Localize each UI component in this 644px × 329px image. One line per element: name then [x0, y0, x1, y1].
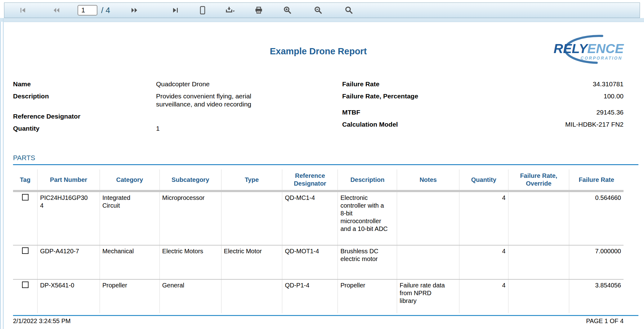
summary-value: Quadcopter Drone: [156, 80, 210, 88]
last-page-button[interactable]: [172, 7, 179, 13]
tag-checkbox[interactable]: [22, 247, 29, 254]
report-page: Example Drone Report RELY ENCE CORPORATI…: [4, 22, 644, 329]
footer-rule: [13, 315, 638, 316]
tag-checkbox[interactable]: [22, 194, 29, 201]
search-button[interactable]: [345, 6, 353, 15]
download-button[interactable]: [226, 6, 235, 14]
next-page-icon: [131, 7, 138, 13]
page-number-input[interactable]: [78, 5, 97, 16]
cell-type: Electric Motor: [224, 247, 280, 255]
parts-section-rule: [13, 164, 638, 165]
summary-label: Quantity: [13, 124, 156, 133]
cell-failure-rate: 3.854056: [569, 279, 624, 313]
cell-part-number: DP-X5641-0: [40, 282, 89, 289]
summary-value: 1: [156, 124, 160, 133]
first-page-button[interactable]: [19, 7, 26, 13]
parts-table: Tag Part Number Category Subcategory Typ…: [13, 169, 624, 313]
viewer-stage: Example Drone Report RELY ENCE CORPORATI…: [0, 18, 644, 329]
report-summary: NameQuadcopter Drone DescriptionProvides…: [13, 80, 624, 137]
cell-subcategory: General: [162, 282, 219, 289]
summary-label: Reference Designator: [13, 112, 156, 120]
summary-label: MTBF: [342, 108, 360, 116]
cell-category: Mechanical: [102, 247, 148, 255]
parts-section-title: PARTS: [13, 154, 624, 162]
logo-ence-text: ENCE: [587, 41, 624, 56]
page-footer: 2/1/2022 3:24:55 PM PAGE 1 OF 4: [13, 318, 624, 325]
cell-description: Brushless DC electric motor: [340, 247, 390, 263]
cell-quantity: 4: [459, 245, 508, 279]
summary-value: 29145.36: [596, 108, 624, 116]
column-header-quantity: Quantity: [459, 169, 508, 191]
report-timestamp: 2/1/2022 3:24:55 PM: [13, 318, 71, 325]
page-count-label: / 4: [101, 6, 110, 15]
single-page-view-button[interactable]: [199, 6, 206, 15]
cell-category: Propeller: [102, 282, 148, 289]
summary-label: Failure Rate, Percentage: [342, 92, 418, 100]
single-page-icon: [199, 6, 206, 15]
summary-label: Description: [13, 92, 156, 108]
print-icon: [255, 6, 263, 14]
viewer-toolbar: / 4: [4, 2, 640, 18]
cell-quantity: 4: [459, 191, 508, 246]
first-page-icon: [19, 7, 26, 13]
cell-notes: Failure rate data from NPRD library: [400, 282, 448, 305]
column-header-part-number: Part Number: [38, 169, 100, 191]
summary-label: Calculation Model: [342, 120, 398, 128]
last-page-icon: [172, 7, 179, 13]
cell-description: Propeller: [340, 282, 390, 289]
cell-subcategory: Electric Motors: [162, 247, 219, 255]
zoom-out-button[interactable]: [314, 6, 322, 15]
summary-label: Failure Rate: [342, 80, 379, 88]
summary-value: MIL-HDBK-217 FN2: [565, 120, 624, 128]
table-row: PIC24HJ16GP304 Integrated Circuit Microp…: [13, 191, 624, 246]
previous-page-icon: [53, 7, 60, 13]
cell-reference-designator: QD-MOT1-4: [285, 247, 335, 255]
cell-failure-rate: 0.564660: [569, 191, 624, 246]
stage-top-band: [0, 18, 644, 22]
cell-description: Electronic controller with a 8-bit micro…: [340, 194, 390, 233]
cell-part-number: GDP-A4120-7: [40, 247, 89, 255]
cell-quantity: 4: [459, 279, 508, 313]
search-icon: [345, 6, 353, 15]
column-header-reference-designator: Reference Designator: [282, 169, 338, 191]
column-header-failure-rate-override: Failure Rate, Override: [508, 169, 569, 191]
summary-value: 100.00: [604, 92, 624, 100]
relyence-logo: RELY ENCE CORPORATION: [551, 33, 624, 65]
column-header-notes: Notes: [397, 169, 459, 191]
cell-reference-designator: QD-P1-4: [285, 282, 335, 289]
summary-value: Provides convenient flying, aerial surve…: [156, 92, 271, 108]
summary-value: 34.310781: [593, 80, 624, 88]
pdf-report-viewer: / 4 Example Drone Re: [0, 0, 644, 329]
cell-subcategory: Microprocessor: [162, 194, 219, 202]
zoom-out-icon: [314, 6, 322, 15]
column-header-type: Type: [221, 169, 282, 191]
tag-checkbox[interactable]: [22, 282, 29, 288]
parts-header-row: Tag Part Number Category Subcategory Typ…: [13, 169, 624, 191]
column-header-category: Category: [100, 169, 159, 191]
next-page-button[interactable]: [131, 7, 138, 13]
print-button[interactable]: [255, 6, 263, 14]
previous-page-button[interactable]: [53, 7, 60, 13]
zoom-in-button[interactable]: [283, 6, 292, 15]
table-row: GDP-A4120-7 Mechanical Electric Motors E…: [13, 245, 624, 279]
logo-corporation-text: CORPORATION: [581, 56, 623, 61]
cell-failure-rate: 7.000000: [569, 245, 624, 279]
column-header-tag: Tag: [13, 169, 38, 191]
table-row: DP-X5641-0 Propeller General QD-P1-4 Pro…: [13, 279, 624, 313]
cell-part-number: PIC24HJ16GP304: [40, 194, 89, 210]
cell-category: Integrated Circuit: [102, 194, 148, 210]
download-icon: [226, 6, 235, 14]
cell-failure-rate-override: [508, 245, 569, 279]
column-header-subcategory: Subcategory: [159, 169, 221, 191]
cell-failure-rate-override: [508, 191, 569, 246]
page-indicator: PAGE 1 OF 4: [586, 318, 624, 325]
logo-rely-text: RELY: [553, 41, 588, 56]
cell-reference-designator: QD-MC1-4: [285, 194, 335, 202]
column-header-description: Description: [338, 169, 397, 191]
summary-label: Name: [13, 80, 156, 88]
cell-failure-rate-override: [508, 279, 569, 313]
column-header-failure-rate: Failure Rate: [569, 169, 624, 191]
report-title: Example Drone Report: [13, 22, 624, 56]
zoom-in-icon: [283, 6, 292, 15]
